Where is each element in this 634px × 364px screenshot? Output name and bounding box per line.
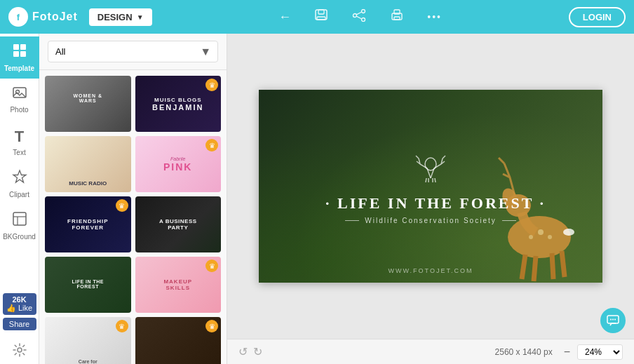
premium-badge: ♛	[205, 79, 218, 91]
login-button[interactable]: LOGIN	[569, 7, 626, 27]
zoom-controls: − 24% 50% 75% 100% +	[561, 344, 623, 360]
canvas-size: 2560 x 1440 px	[495, 347, 553, 357]
filter-wrapper: All Blog YouTube Social Media ▼	[48, 41, 218, 62]
zoom-out-button[interactable]: −	[561, 346, 573, 358]
svg-line-26	[534, 256, 536, 281]
sidebar: Template Photo T Text Clipart BKGround	[0, 34, 39, 364]
canvas-content: · LIFE IN THE FOREST · Wildlife Conserva…	[227, 34, 634, 339]
sidebar-item-photo[interactable]: Photo	[0, 79, 39, 121]
sidebar-item-template[interactable]: Template	[0, 36, 39, 79]
svg-rect-14	[20, 51, 26, 57]
template-item-5[interactable]: ♛ FRIENDSHIPFOREVER	[45, 196, 131, 252]
header: f FotoJet DESIGN ▼ ← ••• LOGIN	[0, 0, 634, 34]
canvas-bottom-bar: ↺ ↻ 2560 x 1440 px − 24% 50% 75% 100% +	[227, 339, 634, 364]
svg-rect-13	[13, 51, 19, 57]
sidebar-item-clipart[interactable]: Clipart	[0, 163, 39, 205]
svg-point-41	[614, 319, 616, 321]
canvas-area: · LIFE IN THE FOREST · Wildlife Conserva…	[227, 34, 634, 364]
photo-label: Photo	[10, 106, 28, 114]
svg-line-6	[357, 12, 363, 15]
svg-line-25	[522, 255, 525, 279]
template-item-2[interactable]: ♛ MUISC BLOGS BENJAMIN	[135, 76, 222, 132]
bkground-label: BKGround	[3, 233, 36, 241]
save-icon[interactable]	[313, 8, 329, 26]
zoom-select[interactable]: 24% 50% 75% 100%	[577, 344, 623, 360]
svg-point-4	[362, 18, 365, 21]
print-icon[interactable]	[389, 8, 405, 26]
svg-line-34	[426, 178, 426, 182]
undo-redo-controls: ↺ ↻	[238, 345, 262, 358]
back-icon[interactable]: ←	[278, 10, 291, 25]
bkground-icon	[12, 211, 27, 230]
svg-point-3	[362, 9, 365, 13]
main-layout: Template Photo T Text Clipart BKGround	[0, 34, 634, 364]
template-item-3[interactable]: MUSIC RADIO	[45, 136, 131, 192]
logo-icon: f	[8, 7, 28, 27]
svg-rect-12	[20, 44, 26, 50]
text-icon: T	[15, 128, 24, 146]
template-item-10[interactable]: ♛	[135, 317, 222, 364]
canvas-image: · LIFE IN THE FOREST · Wildlife Conserva…	[259, 90, 602, 283]
filter-section: All Blog YouTube Social Media ▼	[39, 34, 227, 70]
design-chevron-icon: ▼	[137, 13, 144, 21]
svg-rect-2	[317, 17, 325, 20]
share-button[interactable]: Share	[3, 318, 36, 330]
svg-rect-11	[13, 44, 19, 50]
template-item-1[interactable]: WOMEN & WARS	[45, 76, 131, 132]
template-item-6[interactable]: A BUSINESSPARTY	[135, 196, 222, 252]
undo-button[interactable]: ↺	[238, 345, 248, 358]
premium-badge-9: ♛	[116, 320, 128, 332]
text-label: Text	[13, 149, 25, 156]
category-select[interactable]: All Blog YouTube Social Media	[48, 41, 218, 62]
premium-badge-5: ♛	[116, 199, 128, 212]
template-item-8[interactable]: ♛ MAKEUP SKILLS	[135, 257, 222, 313]
template-item-7[interactable]: LIFE IN THE FOREST	[45, 257, 131, 313]
template-item-9[interactable]: ♛ Care foryour cat	[45, 317, 131, 364]
logo: f FotoJet	[8, 7, 78, 27]
svg-point-39	[610, 319, 612, 321]
svg-line-27	[552, 253, 553, 279]
design-button[interactable]: DESIGN ▼	[89, 8, 152, 26]
redo-button[interactable]: ↻	[253, 345, 262, 358]
svg-rect-10	[394, 17, 400, 20]
share-icon[interactable]	[351, 9, 367, 25]
facebook-like-box[interactable]: 26K 👍 Like	[3, 293, 36, 315]
svg-rect-18	[13, 213, 26, 225]
sidebar-item-bkground[interactable]: BKGround	[0, 205, 39, 247]
canvas-main-title: · LIFE IN THE FOREST ·	[325, 194, 536, 213]
svg-line-28	[562, 251, 565, 277]
svg-point-40	[612, 319, 614, 321]
settings-icon[interactable]	[0, 336, 39, 364]
canvas-text-overlay: · LIFE IN THE FOREST · Wildlife Conserva…	[325, 149, 536, 224]
template-item-4[interactable]: ♛ Fabrile PINK	[135, 136, 222, 192]
svg-point-29	[538, 229, 544, 235]
clipart-label: Clipart	[9, 191, 29, 198]
social-section: 26K 👍 Like Share	[3, 293, 36, 330]
svg-point-33	[425, 158, 436, 170]
svg-point-31	[529, 235, 533, 239]
more-icon[interactable]: •••	[427, 11, 442, 22]
photo-icon	[12, 86, 27, 103]
template-icon	[12, 43, 27, 62]
template-panel: All Blog YouTube Social Media ▼ WOMEN & …	[39, 34, 227, 364]
clipart-icon	[12, 169, 27, 188]
premium-badge-10: ♛	[205, 320, 218, 332]
svg-line-37	[435, 178, 436, 182]
premium-badge-8: ♛	[205, 259, 218, 272]
like-count: 26K	[5, 295, 34, 304]
svg-line-7	[357, 16, 363, 19]
logo-text: FotoJet	[32, 11, 78, 23]
svg-rect-1	[318, 10, 324, 14]
premium-badge-4: ♛	[205, 139, 218, 151]
sidebar-item-text[interactable]: T Text	[0, 121, 39, 163]
template-label: Template	[4, 65, 34, 72]
canvas-url: WWW.FOTOJET.COM	[389, 267, 473, 274]
chat-button[interactable]	[600, 308, 626, 333]
svg-point-32	[563, 229, 574, 236]
svg-point-21	[18, 348, 22, 352]
header-tools: ← •••	[152, 8, 569, 26]
like-button[interactable]: 👍 Like	[5, 304, 34, 313]
svg-point-5	[353, 13, 357, 17]
svg-marker-17	[13, 170, 26, 182]
deer-icon	[325, 149, 536, 189]
